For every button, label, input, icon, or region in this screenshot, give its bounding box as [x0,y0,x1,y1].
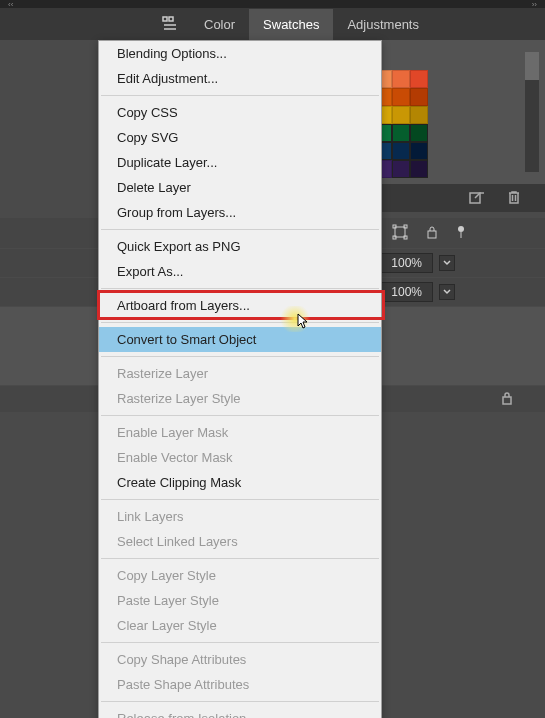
menu-pstyle: Paste Layer Style [99,588,381,613]
menu-dup[interactable]: Duplicate Layer... [99,150,381,175]
svg-rect-1 [169,17,173,21]
menu-grp[interactable]: Group from Layers... [99,200,381,225]
menu-raststyle: Rasterize Layer Style [99,386,381,411]
tab-swatches[interactable]: Swatches [249,9,333,40]
collapse-right-icon[interactable]: ›› [532,0,537,9]
menu-qexp[interactable]: Quick Export as PNG [99,234,381,259]
menu-clip[interactable]: Create Clipping Mask [99,470,381,495]
menu-clstyle: Clear Layer Style [99,613,381,638]
swatch[interactable] [410,106,428,124]
menu-sellink: Select Linked Layers [99,529,381,554]
menu-copy_svg[interactable]: Copy SVG [99,125,381,150]
tab-color[interactable]: Color [190,9,249,40]
menu-separator [101,322,379,323]
swatch[interactable] [392,88,410,106]
menu-vmask: Enable Vector Mask [99,445,381,470]
svg-rect-8 [428,231,436,238]
swatch[interactable] [392,106,410,124]
menu-separator [101,642,379,643]
opacity-dropdown[interactable] [439,255,455,271]
scrollbar[interactable] [525,52,539,172]
menu-separator [101,95,379,96]
menu-del[interactable]: Delete Layer [99,175,381,200]
svg-rect-10 [503,397,511,404]
swatch[interactable] [410,70,428,88]
menu-separator [101,558,379,559]
menu-separator [101,701,379,702]
swatch[interactable] [410,124,428,142]
menu-cpshape: Copy Shape Attributes [99,647,381,672]
swatch[interactable] [392,124,410,142]
menu-link: Link Layers [99,504,381,529]
lock-icon[interactable] [501,391,513,408]
swatch[interactable] [392,70,410,88]
panel-icon [160,14,180,34]
menu-copy_css[interactable]: Copy CSS [99,100,381,125]
tab-adjustments[interactable]: Adjustments [333,9,433,40]
layer-context-menu: Blending Options...Edit Adjustment...Cop… [98,40,382,718]
scroll-thumb[interactable] [525,52,539,80]
collapse-left-icon[interactable]: ‹‹ [8,0,13,9]
menu-pshape: Paste Shape Attributes [99,672,381,697]
menu-separator [101,356,379,357]
menu-separator [101,415,379,416]
fill-dropdown[interactable] [439,284,455,300]
menu-release: Release from Isolation [99,706,381,718]
menu-separator [101,499,379,500]
swatch[interactable] [392,160,410,178]
menu-rast: Rasterize Layer [99,361,381,386]
menu-smart[interactable]: Convert to Smart Object [99,327,381,352]
bounding-box-icon[interactable] [392,224,408,243]
menu-separator [101,229,379,230]
swatch[interactable] [410,142,428,160]
svg-rect-0 [163,17,167,21]
swatch[interactable] [410,160,428,178]
swatch[interactable] [410,88,428,106]
menu-expas[interactable]: Export As... [99,259,381,284]
menu-edit_adj[interactable]: Edit Adjustment... [99,66,381,91]
lock-small-icon[interactable] [426,225,438,242]
menu-artboard[interactable]: Artboard from Layers... [99,293,381,318]
trash-icon[interactable] [507,190,521,207]
pin-icon[interactable] [456,225,466,242]
menu-separator [101,288,379,289]
new-swatch-icon[interactable] [469,190,485,207]
menu-cpstyle: Copy Layer Style [99,563,381,588]
menu-blending[interactable]: Blending Options... [99,41,381,66]
swatch[interactable] [392,142,410,160]
svg-point-9 [458,226,464,232]
menu-mask: Enable Layer Mask [99,420,381,445]
